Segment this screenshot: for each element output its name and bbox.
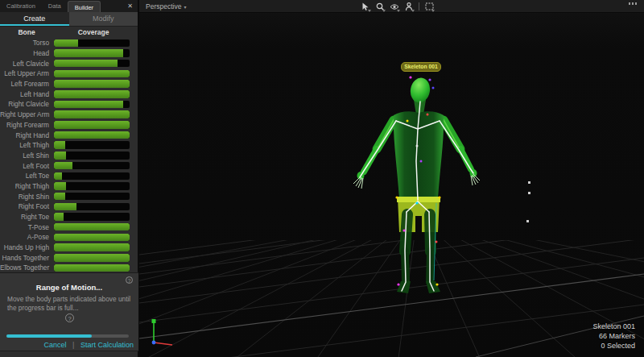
bone-label: Right Shin — [0, 193, 52, 201]
bone-row: Left Clavicle — [0, 58, 138, 68]
bone-label: Right Upper Arm — [0, 110, 52, 118]
coverage-bar-fill — [54, 131, 130, 139]
cancel-button[interactable]: Cancel — [44, 341, 67, 349]
coverage-bar — [54, 101, 130, 109]
bone-label: Left Upper Arm — [0, 69, 52, 77]
coverage-bar — [54, 60, 130, 68]
bone-row: T-Pose — [0, 222, 138, 232]
viewport-3d[interactable]: Perspective▾ — [139, 0, 644, 357]
coverage-bar-fill — [54, 49, 123, 57]
bone-label: Left Hand — [0, 90, 52, 98]
bone-label: Left Toe — [0, 172, 52, 180]
bone-label: Torso — [0, 39, 52, 47]
bone-row: A-Pose — [0, 232, 138, 243]
bone-row: Right Thigh — [0, 181, 138, 192]
bone-row: Right Toe — [0, 212, 138, 222]
bone-label: Right Toe — [0, 213, 52, 221]
coverage-bar — [54, 110, 130, 118]
coverage-bar-fill — [54, 60, 118, 68]
bone-row: Elbows Together — [0, 263, 138, 273]
skeleton-model — [353, 76, 480, 293]
coverage-bar-fill — [54, 162, 72, 170]
bone-row: Hands Up High — [0, 243, 138, 253]
rom-title: Range of Motion... — [0, 283, 138, 292]
bone-label: Right Hand — [0, 131, 52, 139]
coverage-bar — [54, 80, 130, 88]
toolbar-separator — [419, 2, 419, 10]
coverage-bar — [54, 193, 130, 201]
rom-progress-bar — [6, 334, 129, 338]
coverage-bar-fill — [54, 101, 123, 109]
bone-label: Right Foot — [0, 202, 52, 210]
tool-dropdown-caret — [397, 10, 400, 12]
coverage-bar — [54, 39, 130, 48]
bone-row: Torso — [0, 38, 138, 48]
skeleton-legs — [405, 214, 431, 282]
bone-row: Right Forearm — [0, 120, 138, 131]
zoom-tool-icon[interactable] — [373, 2, 387, 12]
bone-label: A-Pose — [0, 233, 52, 241]
bone-label: Left Thigh — [0, 141, 52, 149]
select-tool-icon[interactable] — [358, 2, 373, 12]
help-icon[interactable]: ? — [126, 276, 133, 284]
bone-label: Hands Together — [0, 254, 52, 262]
coverage-bar-fill — [54, 121, 130, 129]
bone-row: Left Thigh — [0, 140, 138, 151]
rom-actions: Cancel | Start Calculation — [44, 341, 134, 349]
coverage-bar — [54, 162, 130, 170]
coverage-bar — [54, 49, 130, 57]
scene-canvas[interactable] — [139, 13, 644, 357]
viewport-more-icon[interactable] — [629, 2, 638, 5]
bone-label: Left Foot — [0, 162, 52, 170]
tool-dropdown-caret — [382, 10, 386, 12]
coverage-bar-fill — [54, 264, 130, 272]
bone-row: Right Clavicle — [0, 99, 138, 110]
start-calculation-button[interactable]: Start Calculation — [80, 341, 134, 349]
coverage-bar — [54, 152, 130, 160]
tool-dropdown-caret — [411, 10, 415, 12]
coverage-bar-fill — [54, 110, 130, 118]
tab-data[interactable]: Data — [42, 0, 68, 12]
viewport-status: Skeleton 001 66 Markers 0 Selected — [592, 322, 635, 351]
coverage-bar-fill — [54, 203, 76, 211]
close-icon[interactable]: ✕ — [122, 0, 138, 12]
bone-label: Left Shin — [0, 152, 52, 160]
rom-description: Move the body parts indicated above unti… — [7, 295, 131, 312]
coverage-bar-fill — [54, 213, 64, 221]
subtab-create[interactable]: Create — [0, 12, 69, 26]
column-header-coverage: Coverage — [56, 28, 130, 36]
coverage-bar-fill — [54, 152, 66, 160]
bone-row: Left Hand — [0, 89, 138, 99]
coverage-bar-fill — [54, 193, 65, 201]
tab-builder[interactable]: Builder — [68, 1, 101, 12]
coverage-bar — [54, 90, 130, 98]
bone-row: Left Toe — [0, 171, 138, 181]
coverage-bar — [54, 254, 130, 262]
bone-label: Hands Up High — [0, 243, 52, 251]
marquee-select-tool-icon[interactable] — [422, 2, 436, 12]
chevron-down-icon: ▾ — [184, 5, 186, 10]
coverage-bar-fill — [54, 254, 130, 262]
visibility-eye-tool-icon[interactable] — [387, 2, 402, 12]
subtab-modify[interactable]: Modify — [69, 12, 138, 26]
bone-list: TorsoHeadLeft ClavicleLeft Upper ArmLeft… — [0, 37, 138, 273]
help-icon[interactable]: ? — [65, 313, 74, 322]
status-selected-count: 0 Selected — [592, 341, 635, 351]
skeleton-select-tool-icon[interactable] — [402, 2, 416, 12]
panel-tabbar: Calibration Data Builder ✕ — [0, 0, 138, 12]
coverage-bar — [54, 223, 130, 231]
bone-label: Elbows Together — [0, 264, 52, 272]
bone-label: Head — [0, 49, 52, 57]
tab-calibration[interactable]: Calibration — [0, 0, 42, 12]
action-separator: | — [72, 341, 74, 349]
skeleton-name-badge[interactable]: Skeleton 001 — [401, 62, 441, 72]
column-header-bone: Bone — [0, 28, 53, 36]
bone-row: Left Forearm — [0, 79, 138, 89]
bone-row: Right Upper Arm — [0, 110, 138, 120]
builder-subtabs: Create Modify — [0, 12, 138, 26]
camera-view-selector[interactable]: Perspective▾ — [146, 2, 186, 10]
coverage-bar — [54, 213, 130, 221]
bone-row: Hands Together — [0, 252, 138, 263]
motive-window: Calibration Data Builder ✕ Create Modify… — [0, 0, 644, 357]
stray-markers — [526, 181, 530, 222]
